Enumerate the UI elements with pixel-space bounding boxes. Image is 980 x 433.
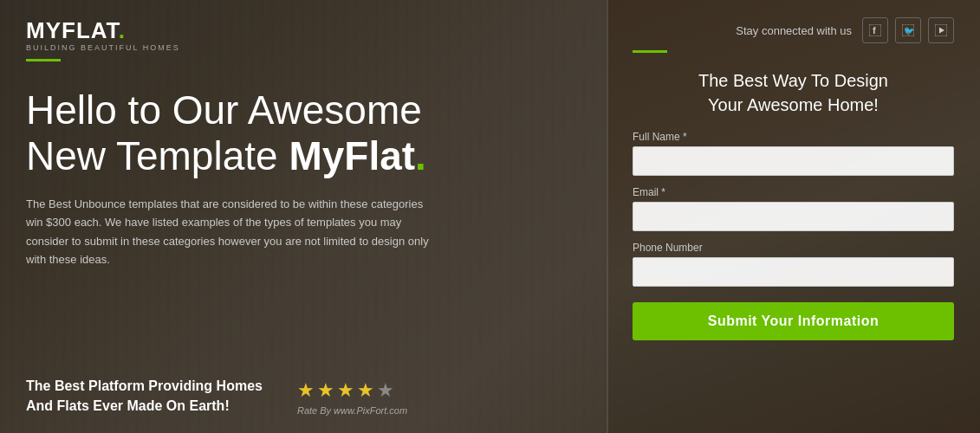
right-underline <box>633 50 667 53</box>
hero-title-line2: New Template <box>26 133 289 178</box>
tagline-line1: The Best Platform Providing Homes <box>26 377 263 396</box>
form-title-line1: The Best Way To Design <box>698 71 888 90</box>
right-panel: Stay connected with us f 🐦 <box>607 0 980 433</box>
star-1: ★ <box>297 379 315 402</box>
header: MYFLAT. BUILDING BEAUTIFUL HOMES <box>26 19 581 61</box>
form-title-line2: Your Awesome Home! <box>708 95 879 114</box>
star-2: ★ <box>317 379 334 402</box>
svg-marker-5 <box>939 28 944 34</box>
phone-input[interactable] <box>633 257 954 287</box>
social-icons: f 🐦 <box>862 17 954 43</box>
email-label: Email * <box>633 186 954 198</box>
form-title: The Best Way To Design Your Awesome Home… <box>633 68 954 117</box>
submit-button[interactable]: Submit Your Information <box>633 302 954 340</box>
logo: MYFLAT. <box>26 19 180 42</box>
facebook-icon[interactable]: f <box>862 17 888 43</box>
svg-text:f: f <box>873 25 876 36</box>
star-5: ★ <box>377 379 394 402</box>
twitter-icon[interactable]: 🐦 <box>895 17 921 43</box>
bottom-section: The Best Platform Providing Homes And Fl… <box>26 377 581 416</box>
logo-area: MYFLAT. BUILDING BEAUTIFUL HOMES <box>26 19 180 61</box>
svg-text:🐦: 🐦 <box>904 25 914 36</box>
full-name-input[interactable] <box>633 146 954 176</box>
stars-container: ★ ★ ★ ★ ★ <box>297 379 394 402</box>
hero-title-dot: . <box>415 133 426 178</box>
hero-description: The Best Unbounce templates that are con… <box>26 195 442 269</box>
phone-label: Phone Number <box>633 242 954 254</box>
logo-dot: . <box>119 17 126 43</box>
hero-title: Hello to Our Awesome New Template MyFlat… <box>26 87 581 179</box>
email-input[interactable] <box>633 202 954 231</box>
full-name-label: Full Name * <box>633 131 954 143</box>
star-4: ★ <box>357 379 374 402</box>
left-panel: MYFLAT. BUILDING BEAUTIFUL HOMES Hello t… <box>0 0 607 433</box>
full-name-group: Full Name * <box>633 131 954 176</box>
main-layout: MYFLAT. BUILDING BEAUTIFUL HOMES Hello t… <box>0 0 980 433</box>
email-group: Email * <box>633 186 954 231</box>
logo-underline <box>26 59 61 61</box>
right-header: Stay connected with us f 🐦 <box>633 17 954 43</box>
tagline: The Best Platform Providing Homes And Fl… <box>26 377 263 416</box>
tagline-line2: And Flats Ever Made On Earth! <box>26 397 263 416</box>
hero-title-line1: Hello to Our Awesome <box>26 87 422 132</box>
logo-text: MYFLAT <box>26 17 119 43</box>
rating-credit: Rate By www.PixFort.com <box>297 405 407 416</box>
stay-connected-label: Stay connected with us <box>736 24 852 37</box>
youtube-icon[interactable] <box>928 17 954 43</box>
star-3: ★ <box>337 379 354 402</box>
rating-block: ★ ★ ★ ★ ★ Rate By www.PixFort.com <box>297 379 407 416</box>
hero-title-brand: MyFlat <box>289 133 415 178</box>
phone-group: Phone Number <box>633 242 954 287</box>
logo-subtitle: BUILDING BEAUTIFUL HOMES <box>26 43 180 52</box>
main-content: Hello to Our Awesome New Template MyFlat… <box>26 87 581 368</box>
